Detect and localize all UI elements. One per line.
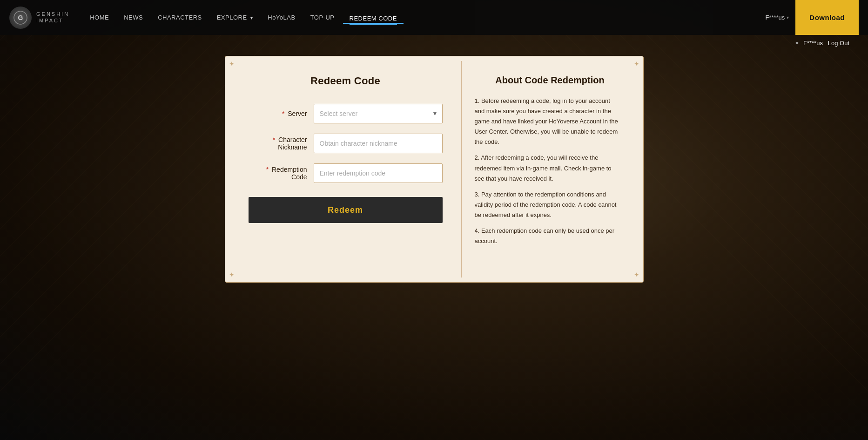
user-logout-bar: ✦ F****us Log Out: [0, 35, 868, 51]
nickname-required-star: *: [273, 136, 275, 143]
nav-characters[interactable]: CHARACTERS: [151, 10, 209, 25]
svg-text:G: G: [18, 14, 23, 21]
code-label: * RedemptionCode: [249, 166, 314, 181]
logo-icon: G: [9, 7, 32, 29]
code-row: * RedemptionCode: [249, 163, 443, 183]
redemption-info-panel: About Code Redemption 1. Before redeemin…: [462, 61, 639, 278]
logout-link[interactable]: Log Out: [828, 40, 849, 47]
redeem-button[interactable]: Redeem: [249, 197, 443, 223]
nav-links: HOME NEWS CHARACTERS EXPLORE ▾ HoYoLAB T…: [83, 10, 765, 25]
nav-right: F****us ▾ Download: [765, 0, 859, 35]
logo-text: GENSHIN IMPACT: [36, 11, 69, 23]
server-row: * Server Select server America Europe As…: [249, 104, 443, 123]
redemption-info-content[interactable]: 1. Before redeeming a code, log in to yo…: [475, 96, 626, 264]
corner-decoration-bl: ✦: [229, 271, 235, 278]
user-dropdown-icon: ▾: [787, 15, 789, 20]
main-content: ✦ F****us Log Out ✦ ✦ Redeem Code * Serv…: [0, 0, 868, 440]
nav-hoyolab[interactable]: HoYoLAB: [261, 10, 302, 25]
nickname-input[interactable]: [314, 134, 443, 153]
redeem-form-title: Redeem Code: [249, 75, 443, 87]
server-select-wrapper: Select server America Europe Asia TW/HK/…: [314, 104, 443, 123]
logged-in-user: F****us: [803, 40, 823, 47]
info-text-4: 4. Each redemption code can only be used…: [475, 226, 622, 246]
redeem-modal: ✦ ✦ Redeem Code * Server Select server A…: [225, 56, 644, 283]
info-text-3: 3. Pay attention to the redemption condi…: [475, 190, 622, 220]
server-required-star: *: [282, 110, 284, 117]
nav-home[interactable]: HOME: [83, 10, 115, 25]
nav-news[interactable]: NEWS: [117, 10, 149, 25]
download-button[interactable]: Download: [795, 0, 859, 35]
redemption-info-title: About Code Redemption: [475, 75, 626, 86]
info-text-1: 1. Before redeeming a code, log in to yo…: [475, 96, 622, 147]
nickname-label: * CharacterNickname: [249, 136, 314, 151]
redeem-form-panel: Redeem Code * Server Select server Ameri…: [230, 61, 462, 278]
code-required-star: *: [266, 166, 269, 173]
server-label: * Server: [249, 110, 314, 117]
star-icon: ✦: [794, 40, 800, 47]
server-select[interactable]: Select server America Europe Asia TW/HK/…: [314, 104, 443, 123]
nav-explore[interactable]: EXPLORE ▾: [210, 10, 260, 25]
nickname-row: * CharacterNickname: [249, 134, 443, 153]
navbar: G GENSHIN IMPACT HOME NEWS CHARACTERS EX…: [0, 0, 868, 35]
nav-topup[interactable]: TOP-UP: [304, 10, 341, 25]
nav-logo[interactable]: G GENSHIN IMPACT: [9, 7, 69, 29]
nav-user-menu[interactable]: F****us ▾: [765, 14, 789, 21]
nav-redeem-code[interactable]: REDEEM CODE: [343, 11, 404, 24]
info-text-2: 2. After redeeming a code, you will rece…: [475, 153, 622, 183]
code-input[interactable]: [314, 163, 443, 183]
explore-arrow-icon: ▾: [250, 15, 253, 20]
modal-wrapper: ✦ ✦ Redeem Code * Server Select server A…: [0, 51, 868, 301]
